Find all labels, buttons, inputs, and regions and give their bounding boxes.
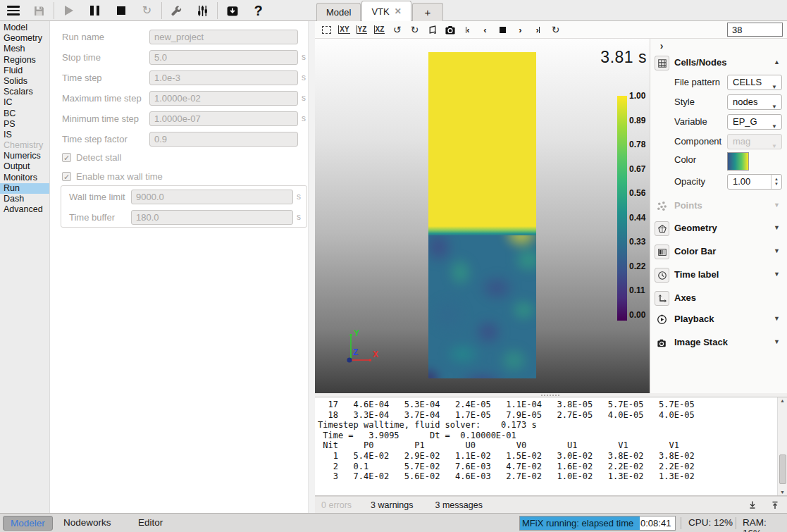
collapse-arrow-icon[interactable]: ▼	[774, 271, 780, 278]
color-bar-visibility-button[interactable]	[655, 245, 669, 259]
help-button[interactable]: ?	[245, 1, 271, 21]
style-select[interactable]: nodes▼	[727, 94, 782, 110]
stop-playback-button[interactable]	[495, 23, 511, 37]
nav-item-solids[interactable]: Solids	[0, 76, 49, 87]
menu-button[interactable]	[0, 1, 26, 21]
nav-item-advanced[interactable]: Advanced	[0, 204, 49, 215]
nav-item-mesh[interactable]: Mesh	[0, 44, 49, 54]
tab-vtk[interactable]: VTK✕	[361, 1, 411, 21]
last-frame-button[interactable]: ›	[530, 23, 546, 37]
time-buffer-field[interactable]	[131, 210, 293, 225]
collapse-arrow-icon[interactable]: ▲	[774, 58, 780, 66]
nav-item-monitors[interactable]: Monitors	[0, 173, 49, 183]
nav-item-fluid[interactable]: Fluid	[0, 66, 49, 76]
form-scrollbar[interactable]	[308, 21, 315, 513]
nav-item-scalars[interactable]: Scalars	[0, 87, 49, 97]
view-xz-button[interactable]: XZ	[371, 23, 388, 37]
vtk-render-view[interactable]: 3.81 s 1.00 0.89 0.78 0.67 0.56 0.44 0.3…	[315, 39, 650, 393]
next-frame-button[interactable]: ›	[512, 23, 528, 37]
scroll-to-top-button[interactable]	[770, 500, 780, 510]
rotate-right-button[interactable]: ↻	[407, 23, 423, 37]
previous-frame-button[interactable]: ‹	[477, 23, 493, 37]
collapse-arrow-icon[interactable]: ▼	[774, 338, 780, 345]
time-label-title[interactable]: Time label	[674, 269, 719, 280]
nav-item-is[interactable]: IS	[0, 130, 49, 140]
tab-model[interactable]: Model	[316, 3, 361, 21]
stop-time-field[interactable]	[149, 50, 298, 65]
messages-count[interactable]: 3 messages	[435, 500, 483, 510]
detect-stall-checkbox[interactable]: ✓	[62, 153, 71, 162]
nav-item-run[interactable]: Run	[0, 183, 49, 194]
style-label: Style	[674, 94, 695, 110]
build-button[interactable]	[163, 1, 190, 21]
nav-item-geometry[interactable]: Geometry	[0, 33, 49, 44]
frame-number-input[interactable]	[727, 23, 783, 37]
spin-down-icon[interactable]: ▼	[774, 182, 779, 187]
color-bar-title[interactable]: Color Bar	[674, 246, 716, 256]
variable-select[interactable]: EP_G▼	[727, 114, 782, 130]
nav-item-numerics[interactable]: Numerics	[0, 151, 49, 161]
nav-item-ps[interactable]: PS	[0, 119, 49, 130]
stop-button[interactable]	[108, 1, 134, 21]
nav-item-model[interactable]: Model	[0, 23, 49, 33]
run-name-field[interactable]	[149, 30, 298, 44]
axes-title[interactable]: Axes	[674, 292, 696, 303]
tab-close-icon[interactable]: ✕	[395, 6, 402, 16]
reset-button[interactable]: ↻	[134, 1, 160, 21]
mode-button-nodeworks[interactable]: Nodeworks	[63, 517, 111, 528]
panel-collapse-button[interactable]: ›	[656, 40, 667, 51]
scrollbar-thumb[interactable]	[779, 454, 786, 484]
wall-time-limit-field[interactable]	[131, 190, 293, 204]
time-step-factor-field[interactable]	[149, 132, 298, 147]
nav-item-output[interactable]: Output	[0, 161, 49, 172]
file-pattern-select[interactable]: CELLS▼	[727, 75, 782, 90]
axes-visibility-button[interactable]	[655, 291, 669, 306]
view-xy-button[interactable]: XY	[336, 23, 352, 37]
scroll-up-icon[interactable]: ▲	[778, 398, 787, 403]
mode-button-editor[interactable]: Editor	[138, 517, 163, 528]
cells-nodes-visibility-button[interactable]	[655, 56, 669, 70]
errors-count[interactable]: 0 errors	[321, 500, 352, 510]
colormap-swatch[interactable]	[727, 152, 749, 171]
scroll-down-icon[interactable]: ▼	[778, 490, 787, 495]
collapse-arrow-icon[interactable]: ▼	[774, 315, 780, 322]
spinner-buttons[interactable]: ▲▼	[771, 175, 781, 189]
image-stack-title[interactable]: Image Stack	[674, 337, 728, 347]
reset-view-button[interactable]	[318, 23, 335, 37]
save-button[interactable]	[26, 1, 52, 21]
time-step-field[interactable]	[149, 70, 298, 85]
nav-item-dash[interactable]: Dash	[0, 194, 49, 204]
playback-title[interactable]: Playback	[674, 314, 714, 324]
run-button[interactable]	[56, 1, 82, 21]
scroll-to-bottom-button[interactable]	[748, 500, 757, 510]
screenshot-button[interactable]	[442, 23, 458, 37]
parameters-button[interactable]	[190, 1, 216, 21]
enable-max-wall-time-checkbox[interactable]: ✓	[62, 172, 71, 181]
perspective-button[interactable]	[424, 23, 440, 37]
nav-item-regions[interactable]: Regions	[0, 55, 49, 66]
pause-button[interactable]	[82, 1, 108, 21]
warnings-count[interactable]: 3 warnings	[371, 500, 413, 510]
view-yz-button[interactable]: YZ	[354, 23, 370, 37]
spin-up-icon[interactable]: ▲	[774, 177, 779, 182]
geometry-title[interactable]: Geometry	[674, 223, 717, 233]
terminal-scrollbar[interactable]: ▲ ▼	[777, 397, 787, 495]
opacity-spinbox[interactable]: 1.00 ▲▼	[727, 174, 782, 190]
tab-add-button[interactable]: +	[412, 3, 443, 21]
min-time-step-field[interactable]	[149, 111, 298, 126]
perspective-icon	[427, 25, 438, 35]
axis-x-label: X	[373, 349, 378, 359]
mode-button-modeler[interactable]: Modeler	[3, 516, 53, 531]
first-frame-button[interactable]: ‹	[459, 23, 476, 37]
nav-item-ic[interactable]: IC	[0, 97, 49, 108]
nav-item-bc[interactable]: BC	[0, 109, 49, 119]
geometry-visibility-button[interactable]	[655, 221, 669, 236]
export-button[interactable]	[219, 1, 245, 21]
collapse-arrow-icon[interactable]: ▼	[774, 247, 780, 254]
cells-nodes-title[interactable]: Cells/Nodes	[674, 57, 726, 68]
max-time-step-field[interactable]	[149, 91, 298, 106]
loop-playback-button[interactable]: ↻	[547, 23, 564, 37]
time-label-visibility-button[interactable]	[655, 268, 669, 283]
rotate-left-button[interactable]: ↺	[389, 23, 405, 37]
collapse-arrow-icon[interactable]: ▼	[774, 224, 780, 231]
